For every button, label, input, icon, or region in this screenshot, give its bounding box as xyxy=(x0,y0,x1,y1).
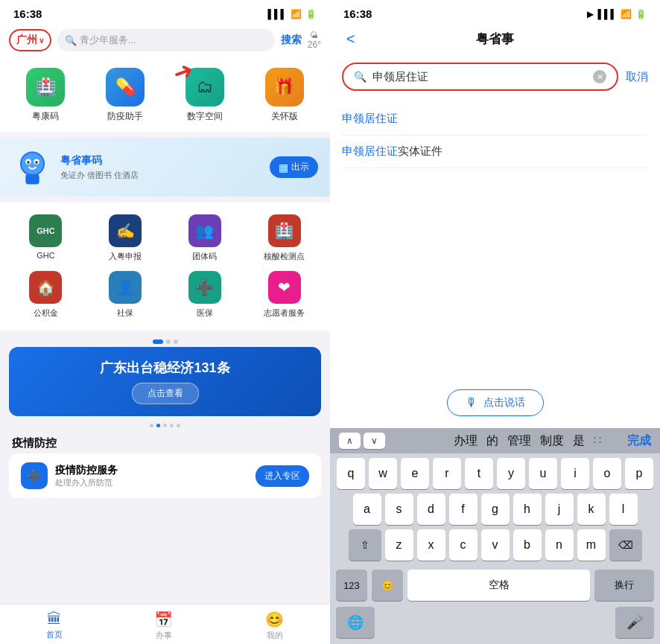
grid-label-ghc: GHC xyxy=(37,251,54,260)
grid-item-yibao[interactable]: ➕ 医保 xyxy=(175,271,235,319)
promo-display-button[interactable]: ▦ 出示 xyxy=(270,156,318,178)
status-bar-right: 16:38 ▶ ▌▌▌ 📶 🔋 xyxy=(330,0,660,25)
mic-key[interactable]: 🎤 xyxy=(615,607,654,638)
epidemic-info: ➕ 疫情防控服务 处理办入所防范 xyxy=(21,462,118,489)
key-z[interactable]: z xyxy=(385,529,413,561)
keyboard-rows: q w e r t y u i o p a s d f g h j k xyxy=(330,453,660,567)
tab-home[interactable]: 🏛 首页 xyxy=(46,610,63,641)
key-w[interactable]: w xyxy=(369,458,397,489)
word-1[interactable]: 办理 xyxy=(454,433,477,449)
word-4[interactable]: 制度 xyxy=(540,433,564,449)
grid-item-ghc[interactable]: GHC GHC xyxy=(16,214,75,262)
key-q[interactable]: q xyxy=(337,458,365,489)
bottom-tab: 🏛 首页 📅 办事 😊 我的 xyxy=(0,604,330,644)
search-button-left[interactable]: 搜索 xyxy=(281,34,302,47)
result-1-highlight: 申领居住证 xyxy=(342,112,398,124)
word-5[interactable]: 是 xyxy=(573,433,585,449)
key-i[interactable]: i xyxy=(561,458,589,489)
service-fangyi[interactable]: 💊 防疫助手 xyxy=(99,68,151,123)
promo-mascot xyxy=(12,147,53,188)
grid-item-hesuanjiance[interactable]: 🏥 核酸检测点 xyxy=(255,214,314,262)
word-2[interactable]: 的 xyxy=(486,433,498,449)
service-label-digital: 数字空间 xyxy=(187,110,223,123)
svg-point-4 xyxy=(27,161,30,164)
key-p[interactable]: p xyxy=(625,458,653,489)
key-s[interactable]: s xyxy=(385,494,413,525)
shift-key[interactable]: ⇧ xyxy=(349,529,381,561)
key-u[interactable]: u xyxy=(529,458,557,489)
done-button[interactable]: 完成 xyxy=(627,433,651,449)
tab-tasks[interactable]: 📅 办事 xyxy=(154,610,173,641)
key-y[interactable]: y xyxy=(497,458,525,489)
result-item-1[interactable]: 申领居住证 xyxy=(342,103,648,136)
service-label-fangyi: 防疫助手 xyxy=(107,110,143,123)
clear-button[interactable]: ✕ xyxy=(593,70,606,83)
tab-profile-label: 我的 xyxy=(267,630,283,641)
grid-item-volunteer[interactable]: ❤ 志愿者服务 xyxy=(255,271,314,319)
tasks-icon: 📅 xyxy=(154,610,173,628)
search-input-right[interactable] xyxy=(372,71,587,83)
tab-profile[interactable]: 😊 我的 xyxy=(265,610,284,641)
key-m[interactable]: m xyxy=(577,529,606,561)
grid-item-tuanti[interactable]: 👥 团体码 xyxy=(175,214,235,262)
return-key[interactable]: 换行 xyxy=(594,570,654,601)
key-k[interactable]: k xyxy=(577,494,606,525)
key-c[interactable]: c xyxy=(449,529,477,561)
service-care[interactable]: 🎁 关怀版 xyxy=(258,68,311,123)
epidemic-enter-button[interactable]: 进入专区 xyxy=(256,465,309,487)
grid-label-shebao: 社保 xyxy=(117,307,133,319)
key-row-1: q w e r t y u i o p xyxy=(333,458,657,489)
key-r[interactable]: r xyxy=(433,458,461,489)
key-g[interactable]: g xyxy=(481,494,510,525)
key-o[interactable]: o xyxy=(593,458,621,489)
emoji-key[interactable]: 😊 xyxy=(372,570,403,601)
service-digital[interactable]: 🗂 数字空间 xyxy=(179,68,231,123)
result-item-2[interactable]: 申领居住证实体证件 xyxy=(342,136,648,168)
tab-tasks-label: 办事 xyxy=(156,630,172,641)
key-n[interactable]: n xyxy=(545,529,574,561)
tab-home-label: 首页 xyxy=(46,629,63,640)
service-icon-care: 🎁 xyxy=(265,68,304,106)
key-x[interactable]: x xyxy=(417,529,445,561)
toolbar-words: 办理 的 管理 制度 是 ∷ xyxy=(433,433,621,449)
arrow-up-key[interactable]: ∧ xyxy=(339,433,361,449)
key-a[interactable]: a xyxy=(353,494,381,525)
key-h[interactable]: h xyxy=(513,494,542,525)
weather-icon: 🌤 xyxy=(310,31,318,39)
search-bar-left[interactable]: 🔍 青少年服务... xyxy=(57,29,275,51)
header-right: < 粤省事 xyxy=(330,25,660,57)
space-key[interactable]: 空格 xyxy=(407,570,590,601)
word-3[interactable]: 管理 xyxy=(507,433,531,449)
delete-key[interactable]: ⌫ xyxy=(609,529,642,561)
status-icons-right: ▶ ▌▌▌ 📶 🔋 xyxy=(587,9,647,19)
arrow-down-key[interactable]: ∨ xyxy=(364,433,385,449)
grid-item-shebao[interactable]: 👤 社保 xyxy=(95,271,155,319)
search-wrapper-right: 🔍 ✕ 取消 xyxy=(330,57,660,97)
cancel-link[interactable]: 取消 xyxy=(626,70,648,84)
globe-key[interactable]: 🌐 xyxy=(336,607,375,638)
key-d[interactable]: d xyxy=(417,494,445,525)
city-selector[interactable]: 广州 ∨ xyxy=(9,29,51,51)
grid-item-ruyue[interactable]: ✍ 入粤申报 xyxy=(95,214,155,262)
key-b[interactable]: b xyxy=(513,529,542,561)
key-f[interactable]: f xyxy=(449,494,477,525)
key-t[interactable]: t xyxy=(465,458,493,489)
key-j[interactable]: j xyxy=(545,494,574,525)
key-l[interactable]: l xyxy=(609,494,638,525)
wifi-icon-right: 📶 xyxy=(621,9,632,19)
service-label-care: 关怀版 xyxy=(271,110,298,123)
grid-icon-tuanti: 👥 xyxy=(188,214,221,247)
epidemic-card: ➕ 疫情防控服务 处理办入所防范 进入专区 xyxy=(9,453,321,498)
toolbar-arrows: ∧ ∨ xyxy=(339,433,433,449)
grid-item-gongjijin[interactable]: 🏠 公积金 xyxy=(16,271,75,319)
service-yuekangma[interactable]: 🏥 粤康码 xyxy=(19,68,72,123)
grid-label-gongjijin: 公积金 xyxy=(34,307,58,319)
key-v[interactable]: v xyxy=(481,529,510,561)
signal-icon: ▌▌▌ xyxy=(267,9,287,19)
ad-view-button[interactable]: 点击查看 xyxy=(132,383,199,404)
voice-button[interactable]: 🎙 点击说话 xyxy=(447,389,544,416)
back-button[interactable]: < xyxy=(342,29,360,49)
city-label: 广州 xyxy=(16,34,37,47)
key-e[interactable]: e xyxy=(401,458,429,489)
num-key[interactable]: 123 xyxy=(336,570,367,601)
